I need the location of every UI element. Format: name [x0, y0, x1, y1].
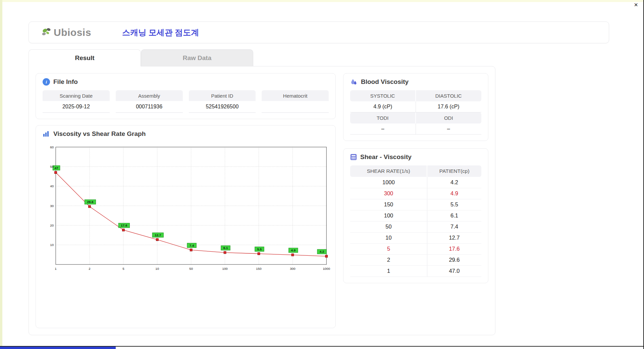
svg-text:50: 50	[50, 165, 54, 168]
sv-cell-shear: 1	[350, 265, 427, 277]
sv-cell-patient: 4.2	[427, 177, 481, 188]
blood-viscosity-title: Blood Viscosity	[361, 78, 409, 86]
sv-cell-shear: 1000	[350, 177, 427, 188]
viscosity-chart: 4729.617.612.77.46.15.54.94.210203040506…	[43, 142, 331, 274]
sv-cell-patient: 6.1	[427, 210, 481, 221]
svg-text:300: 300	[290, 267, 296, 270]
svg-text:100: 100	[222, 267, 228, 270]
bv-header-odi: ODI	[416, 112, 482, 123]
svg-text:40: 40	[50, 184, 54, 188]
field-value	[262, 101, 329, 113]
sv-cell-patient: 4.9	[427, 188, 481, 199]
table-row: 1 47.0	[350, 265, 481, 277]
svg-text:4.9: 4.9	[291, 248, 296, 252]
left-column: i File Info Scanning Date 2025-09-12 Ass…	[36, 73, 336, 328]
bv-value-diastolic: 17.6 (cP)	[416, 101, 482, 112]
sv-cell-patient: 7.4	[427, 221, 481, 232]
svg-text:1000: 1000	[323, 267, 330, 270]
field-label: Assembly	[116, 90, 183, 101]
ubiosis-logo: Ubiosis	[40, 27, 106, 39]
shear-viscosity-title-row: Shear - Viscosity	[350, 153, 481, 161]
svg-text:10: 10	[155, 267, 159, 270]
svg-text:20: 20	[50, 223, 54, 227]
svg-text:30: 30	[50, 204, 54, 208]
sv-header-patient: PATIENT(cp)	[427, 165, 481, 177]
svg-text:2: 2	[89, 267, 90, 270]
svg-text:12.7: 12.7	[155, 233, 161, 237]
file-info-field: Scanning Date 2025-09-12	[43, 90, 110, 113]
sv-cell-patient: 17.6	[427, 243, 481, 254]
svg-text:5.5: 5.5	[257, 247, 262, 251]
table-row: 150 5.5	[350, 199, 481, 210]
sv-cell-shear: 300	[350, 188, 427, 199]
tab-result-label: Result	[75, 54, 94, 62]
field-value: 000711936	[116, 101, 183, 113]
tab-result[interactable]: Result	[29, 49, 141, 66]
logo-leaf-icon	[40, 27, 55, 39]
svg-text:60: 60	[50, 145, 54, 149]
bv-value-systolic: 4.9 (cP)	[350, 101, 416, 112]
field-label: Hematocrit	[262, 90, 329, 101]
table-row: 50 7.4	[350, 221, 481, 232]
svg-text:47: 47	[55, 166, 58, 170]
tab-bar: Result Raw Data	[29, 49, 643, 66]
info-icon: i	[43, 78, 50, 86]
sv-cell-patient: 5.5	[427, 199, 481, 210]
table-row: 10 12.7	[350, 232, 481, 243]
bv-value-todi: –	[350, 123, 416, 135]
bv-value-odi: –	[416, 123, 482, 135]
bv-header-todi: TODI	[350, 112, 416, 123]
sv-cell-patient: 47.0	[427, 265, 481, 277]
shear-viscosity-card: Shear - Viscosity SHEAR RATE(1/s) PATIEN…	[343, 148, 488, 283]
svg-text:17.6: 17.6	[121, 223, 127, 227]
graph-title: Viscosity vs Shear Rate Graph	[53, 130, 146, 138]
tab-raw-data-label: Raw Data	[183, 54, 212, 62]
blood-viscosity-title-row: Blood Viscosity	[350, 78, 481, 86]
file-info-title-row: i File Info	[43, 78, 329, 86]
field-label: Scanning Date	[43, 90, 110, 101]
window-border-top	[0, 0, 643, 2]
shear-viscosity-rows: 1000 4.2 300 4.9 150 5.5 100 6.1 50 7.4 …	[350, 177, 481, 277]
table-row: 300 4.9	[350, 188, 481, 199]
sv-cell-shear: 5	[350, 243, 427, 254]
sv-cell-patient: 12.7	[427, 232, 481, 243]
table-row: 2 29.6	[350, 254, 481, 265]
result-panel: i File Info Scanning Date 2025-09-12 Ass…	[29, 66, 495, 335]
logo-text: Ubiosis	[54, 27, 91, 38]
header-card: Ubiosis 스캐닝 모세관 점도계	[29, 21, 609, 43]
svg-text:29.6: 29.6	[87, 200, 94, 204]
svg-text:50: 50	[189, 267, 193, 270]
svg-text:10: 10	[50, 243, 54, 247]
svg-text:7.4: 7.4	[190, 244, 194, 247]
graph-title-row: Viscosity vs Shear Rate Graph	[43, 130, 329, 138]
sv-header-shear-rate: SHEAR RATE(1/s)	[350, 165, 427, 177]
app-title: 스캐닝 모세관 점도계	[122, 27, 199, 38]
table-row: 1000 4.2	[350, 177, 481, 188]
right-column: Blood Viscosity SYSTOLIC DIASTOLIC 4.9 (…	[343, 73, 488, 328]
field-value: 2025-09-12	[43, 101, 110, 113]
table-icon	[350, 154, 357, 160]
sv-cell-shear: 10	[350, 232, 427, 243]
background-window-edge	[0, 347, 116, 349]
file-info-fields: Scanning Date 2025-09-12 Assembly 000711…	[43, 90, 329, 113]
file-info-field: Hematocrit	[262, 90, 329, 113]
graph-card: Viscosity vs Shear Rate Graph 4729.617.6…	[36, 125, 336, 328]
close-button[interactable]: ×	[632, 1, 640, 9]
bv-header-diastolic: DIASTOLIC	[416, 90, 482, 101]
sv-cell-shear: 150	[350, 199, 427, 210]
sv-cell-patient: 29.6	[427, 254, 481, 265]
file-info-field: Assembly 000711936	[116, 90, 183, 113]
blood-viscosity-grid: SYSTOLIC DIASTOLIC 4.9 (cP) 17.6 (cP) TO…	[350, 90, 481, 135]
svg-text:150: 150	[256, 267, 262, 270]
bv-header-systolic: SYSTOLIC	[350, 90, 416, 101]
svg-text:6.1: 6.1	[223, 246, 228, 250]
file-info-title: File Info	[53, 78, 78, 86]
shear-viscosity-title: Shear - Viscosity	[360, 153, 412, 161]
window-border-left	[0, 0, 2, 349]
tab-raw-data[interactable]: Raw Data	[141, 49, 253, 66]
field-value: 52541926500	[189, 101, 256, 113]
sv-cell-shear: 50	[350, 221, 427, 232]
file-info-card: i File Info Scanning Date 2025-09-12 Ass…	[36, 73, 336, 119]
table-row: 100 6.1	[350, 210, 481, 221]
svg-text:5: 5	[122, 267, 124, 270]
